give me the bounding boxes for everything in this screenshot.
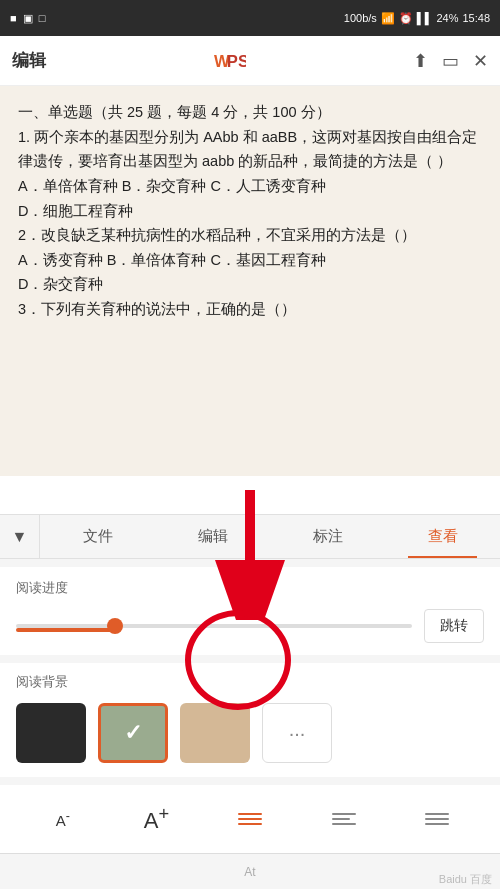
reading-progress-title: 阅读进度 — [16, 579, 484, 597]
doc-line-3: A．单倍体育种 B．杂交育种 C．人工诱变育种 — [18, 174, 482, 199]
check-mark-icon: ✓ — [124, 720, 142, 746]
at-symbol: At — [244, 865, 255, 879]
doc-line-6: A．诱变育种 B．单倍体育种 C．基因工程育种 — [18, 248, 482, 273]
toolbar-center: W PS — [46, 47, 413, 75]
jump-button[interactable]: 跳转 — [424, 609, 484, 643]
signal-icon: 📶 — [381, 12, 395, 25]
align-left-button[interactable] — [319, 797, 369, 841]
progress-slider[interactable] — [16, 624, 412, 628]
doc-line-2: 1. 两个亲本的基因型分别为 AAbb 和 aaBB，这两对基因按自由组合定律遗… — [18, 125, 482, 174]
bg-option-tan[interactable] — [180, 703, 250, 763]
status-bar: ■ ▣ □ 100b/s 📶 ⏰ ▌▌ 24% 15:48 — [0, 0, 500, 36]
clock-icon: ⏰ — [399, 12, 413, 25]
tab-bar: ▼ 文件 编辑 标注 查看 — [0, 515, 500, 559]
tab-chevron[interactable]: ▼ — [0, 515, 40, 558]
svg-text:PS: PS — [226, 51, 245, 70]
slider-thumb[interactable] — [107, 618, 123, 634]
bg-option-more[interactable]: ··· — [262, 703, 332, 763]
align-right-button[interactable] — [412, 797, 462, 841]
align-justify-icon — [238, 813, 262, 825]
photo-icon: ▣ — [23, 12, 33, 25]
align-right-icon — [425, 813, 449, 825]
edit-button[interactable]: 编辑 — [12, 49, 46, 72]
reading-progress-section: 阅读进度 跳转 — [0, 567, 500, 655]
progress-row: 跳转 — [16, 609, 484, 643]
chevron-down-icon: ▼ — [12, 528, 28, 546]
reading-background-title: 阅读背景 — [16, 673, 484, 691]
layout-icon[interactable]: ▭ — [442, 50, 459, 72]
tab-edit[interactable]: 编辑 — [155, 515, 270, 558]
font-increase-label: A+ — [144, 803, 169, 834]
font-decrease-label: A- — [56, 809, 70, 829]
slider-fill — [16, 628, 115, 632]
doc-line-7: D．杂交育种 — [18, 272, 482, 297]
time-display: 15:48 — [462, 12, 490, 24]
square-icon: □ — [39, 12, 46, 24]
align-left-icon — [332, 813, 356, 825]
tab-annotate[interactable]: 标注 — [270, 515, 385, 558]
battery-level: 24% — [436, 12, 458, 24]
bottom-panel: ▼ 文件 编辑 标注 查看 阅读进度 跳转 阅读背景 — [0, 514, 500, 889]
bottom-bar: At — [0, 853, 500, 889]
doc-line-4: D．细胞工程育种 — [18, 199, 482, 224]
signal-bars: ▌▌ — [417, 12, 433, 24]
doc-line-8: 3．下列有关育种的说法中，正确的是（） — [18, 297, 482, 322]
tab-view[interactable]: 查看 — [385, 515, 500, 558]
baidu-watermark: Baidu 百度 — [439, 872, 492, 887]
font-decrease-button[interactable]: A- — [38, 797, 88, 841]
tab-file[interactable]: 文件 — [40, 515, 155, 558]
bg-options: ✓ ··· — [16, 703, 484, 763]
tab-edit-label: 编辑 — [198, 527, 228, 546]
reading-background-section: 阅读背景 ✓ ··· — [0, 663, 500, 777]
font-section: A- A+ — [0, 785, 500, 853]
close-icon[interactable]: ✕ — [473, 50, 488, 72]
doc-line-5: 2．改良缺乏某种抗病性的水稻品种，不宜采用的方法是（） — [18, 223, 482, 248]
status-bar-left: ■ ▣ □ — [10, 12, 45, 25]
notification-icon: ■ — [10, 12, 17, 24]
tab-annotate-label: 标注 — [313, 527, 343, 546]
upload-icon[interactable]: ⬆ — [413, 50, 428, 72]
doc-line-1: 一、单选题（共 25 题，每题 4 分，共 100 分） — [18, 100, 482, 125]
wps-logo-svg: W PS — [214, 47, 246, 75]
status-bar-right: 100b/s 📶 ⏰ ▌▌ 24% 15:48 — [344, 12, 490, 25]
toolbar: 编辑 W PS ⬆ ▭ ✕ — [0, 36, 500, 86]
font-increase-button[interactable]: A+ — [131, 797, 181, 841]
tab-file-label: 文件 — [83, 527, 113, 546]
toolbar-right: ⬆ ▭ ✕ — [413, 50, 488, 72]
network-speed: 100b/s — [344, 12, 377, 24]
document-content: 一、单选题（共 25 题，每题 4 分，共 100 分） 1. 两个亲本的基因型… — [0, 86, 500, 476]
tab-view-label: 查看 — [428, 527, 458, 546]
bg-option-green[interactable]: ✓ — [98, 703, 168, 763]
more-label: ··· — [289, 722, 306, 745]
wps-logo: W PS — [214, 47, 246, 75]
bg-option-black[interactable] — [16, 703, 86, 763]
align-justify-button[interactable] — [225, 797, 275, 841]
